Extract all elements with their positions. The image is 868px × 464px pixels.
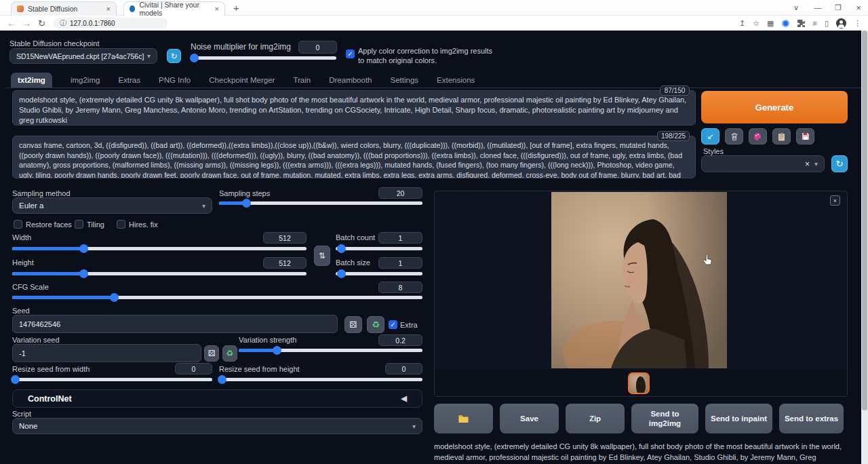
zip-button[interactable]: Zip [566,404,625,433]
browser-tab-stable-diffusion[interactable]: Stable Diffusion × [11,1,117,16]
width-slider[interactable] [12,247,307,250]
send-to-img2img-button[interactable]: Send to img2img [631,404,698,433]
close-icon: × [833,197,837,204]
swap-dimensions-button[interactable]: ⇅ [314,246,330,266]
share-icon[interactable]: ↥ [739,19,745,28]
reload-icon[interactable]: ↻ [38,18,45,28]
extension-grid-icon[interactable]: ▦ [767,19,774,28]
cfg-scale-value[interactable]: 8 [378,282,422,293]
batch-size-slider[interactable] [336,272,422,275]
negative-prompt-textarea[interactable]: canvas frame, cartoon, 3d, ((disfigured)… [12,136,696,178]
extension-blue-icon[interactable] [782,20,789,27]
checkpoint-dropdown[interactable]: SD15NewVAEpruned.ckpt [27a4ac756c] ▾ [9,48,157,64]
prompt-textarea[interactable]: modelshoot style, (extremely detailed CG… [12,90,696,125]
color-correction-checkbox[interactable]: ✓ [346,50,355,58]
random-seed-button[interactable]: ⚄ [344,316,362,333]
browser-tab-title: Stable Diffusion [28,5,77,13]
seed-input[interactable]: 1476462546 [12,315,338,333]
tab-dreambooth[interactable]: Dreambooth [329,76,372,84]
profile-avatar[interactable] [836,18,846,28]
save-style-button[interactable] [796,128,814,144]
styles-dropdown[interactable]: × ▾ [701,155,825,172]
mouse-cursor-hand [703,254,713,266]
clear-prompt-button[interactable] [725,128,743,144]
new-tab-button[interactable]: + [233,2,239,14]
tab-extras[interactable]: Extras [118,76,140,84]
browser-tab-civitai[interactable]: Civitai | Share your models × [123,1,225,16]
script-dropdown[interactable]: None ▾ [12,418,422,434]
chevron-down-icon: ▾ [147,52,151,60]
send-to-extras-button[interactable]: Send to extras [779,404,844,433]
paste-style-button[interactable] [772,128,791,144]
browser-tab-title: Civitai | Share your models [139,1,210,17]
refresh-checkpoint-button[interactable]: ↻ [167,49,181,63]
read-generation-params-button[interactable]: ↙ [701,128,719,144]
tab-png-info[interactable]: PNG Info [159,76,191,84]
refresh-styles-button[interactable]: ↻ [831,155,848,172]
sampling-steps-value[interactable]: 20 [378,187,422,199]
minimize-window-button[interactable]: — [808,1,827,14]
sampling-method-dropdown[interactable]: Euler a ▾ [12,197,212,214]
batch-size-value[interactable]: 1 [378,257,422,269]
open-folder-button[interactable] [434,404,493,433]
tab-settings[interactable]: Settings [391,76,419,84]
prompt-token-counter: 87/150 [660,85,690,96]
address-box[interactable]: ⓘ 127.0.0.1:7860 [54,18,167,28]
batch-count-value[interactable]: 1 [378,232,422,244]
generate-button[interactable]: Generate [701,91,848,123]
random-variation-seed-button[interactable]: ⚄ [204,345,219,362]
tab-extensions[interactable]: Extensions [437,76,475,84]
tab-img2img[interactable]: img2img [71,76,100,84]
sampling-method-value: Euler a [19,201,43,210]
reuse-seed-button[interactable]: ♻ [367,316,384,333]
extensions-puzzle-icon[interactable] [797,19,806,28]
hires-fix-checkbox[interactable] [117,220,125,229]
variation-strength-value[interactable]: 0.2 [378,334,422,346]
page-scrollbar-thumb[interactable] [862,31,867,410]
checkpoint-label: Stable Diffusion checkpoint [9,39,100,47]
height-slider[interactable] [12,272,307,275]
height-label: Height [12,258,34,267]
clear-styles-icon[interactable]: × [805,159,810,169]
tab-txt2img[interactable]: txt2img [11,73,52,88]
save-button[interactable]: Save [500,404,559,433]
batch-count-slider[interactable] [336,247,422,250]
close-tab-icon[interactable]: × [215,5,219,13]
bookmark-star-icon[interactable]: ☆ [753,19,760,28]
resize-seed-height-slider[interactable] [219,378,422,381]
extra-seed-checkbox[interactable]: ✓ [389,320,397,329]
gallery-thumbnail-selected[interactable] [628,372,650,394]
send-to-inpaint-button[interactable]: Send to inpaint [705,404,772,433]
restore-window-button[interactable]: ❐ [829,1,848,14]
site-info-icon[interactable]: ⓘ [60,18,66,28]
chevron-down-icon[interactable]: ∨ [787,1,806,14]
variation-seed-input[interactable]: -1 [12,344,201,362]
side-panel-icon[interactable]: ▯ [825,19,829,28]
close-gallery-button[interactable]: × [830,195,840,206]
height-value[interactable]: 512 [263,257,307,269]
forward-icon[interactable]: → [22,18,31,28]
reuse-variation-seed-button[interactable]: ♻ [222,345,237,362]
sampling-steps-slider[interactable] [219,201,422,205]
kebab-menu-icon[interactable]: ⋮ [854,19,861,28]
noise-multiplier-slider[interactable] [191,56,336,60]
cfg-scale-slider[interactable] [12,296,422,299]
tiling-checkbox[interactable] [75,220,83,229]
resize-seed-width-value[interactable]: 0 [175,363,212,374]
controlnet-accordion[interactable]: ControlNet ◀ [12,389,422,408]
variation-strength-slider[interactable] [239,349,422,352]
noise-multiplier-value[interactable]: 0 [298,41,337,54]
apply-style-button[interactable] [749,128,767,144]
resize-seed-height-value[interactable]: 0 [385,363,422,374]
back-icon[interactable]: ← [7,18,16,28]
restore-faces-checkbox[interactable] [14,220,22,229]
tab-checkpoint-merger[interactable]: Checkpoint Merger [209,76,275,84]
tab-train[interactable]: Train [293,76,311,84]
close-window-button[interactable]: × [849,1,868,14]
resize-seed-width-slider[interactable] [12,378,212,381]
generated-image[interactable] [551,192,727,368]
width-value[interactable]: 512 [263,232,307,244]
civitai-favicon [130,5,135,12]
reading-list-icon[interactable]: ≡ [813,19,817,27]
close-tab-icon[interactable]: × [106,5,111,13]
